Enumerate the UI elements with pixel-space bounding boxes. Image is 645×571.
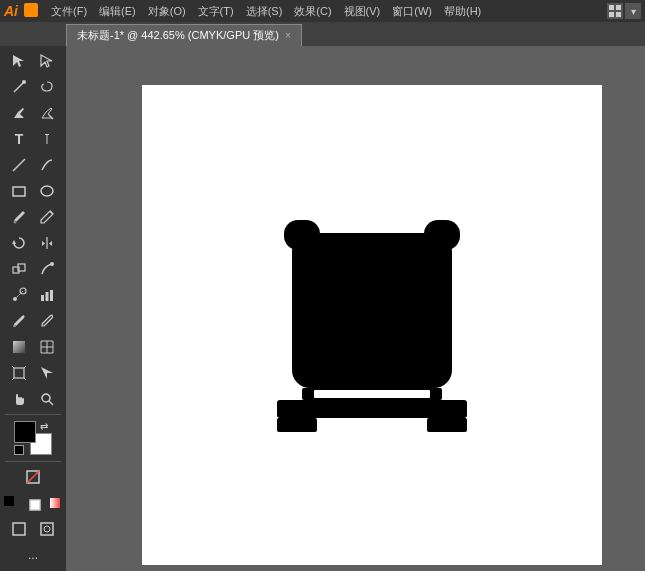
menu-object[interactable]: 对象(O) xyxy=(143,2,191,21)
scale-tool[interactable] xyxy=(5,256,33,282)
ai-icon-orange xyxy=(24,3,38,19)
tool-row-selection xyxy=(0,48,66,74)
draw-inside-button[interactable] xyxy=(33,516,61,542)
svg-line-5 xyxy=(14,82,24,92)
lasso-tool[interactable] xyxy=(33,74,61,100)
selection-tool[interactable] xyxy=(5,48,33,74)
swap-colors-icon[interactable]: ⇄ xyxy=(40,421,52,433)
svg-line-38 xyxy=(27,471,39,483)
stroke-button[interactable] xyxy=(22,490,44,516)
tab-close-button[interactable]: × xyxy=(285,30,291,41)
toolbar: T xyxy=(0,46,66,571)
blend-tool[interactable] xyxy=(5,282,33,308)
svg-rect-30 xyxy=(14,368,24,378)
svg-rect-117 xyxy=(424,220,460,250)
artboard-tool[interactable] xyxy=(5,360,33,386)
tool-row-more: ... xyxy=(0,542,66,568)
main-layout: T xyxy=(0,46,645,571)
svg-line-34 xyxy=(24,378,26,380)
tool-row-shapes xyxy=(0,178,66,204)
pen-tool[interactable] xyxy=(5,100,33,126)
svg-point-19 xyxy=(50,262,54,266)
line-tool[interactable] xyxy=(5,152,33,178)
measure-tool[interactable] xyxy=(33,308,61,334)
grid-view-button[interactable] xyxy=(607,3,623,19)
document-canvas[interactable] xyxy=(82,62,645,571)
tool-row-draw-mode xyxy=(0,516,66,542)
tool-row-chart xyxy=(0,360,66,386)
svg-rect-9 xyxy=(13,187,25,196)
svg-rect-25 xyxy=(50,290,53,301)
tool-row-gradient xyxy=(0,334,66,360)
none-fill-icon[interactable] xyxy=(19,464,47,490)
menu-view[interactable]: 视图(V) xyxy=(339,2,386,21)
svg-rect-1 xyxy=(609,5,614,10)
color-area: ⇄ xyxy=(14,417,52,459)
slice-tool[interactable] xyxy=(33,360,61,386)
tool-row-fill-stroke xyxy=(0,490,66,516)
svg-line-31 xyxy=(12,366,14,368)
menu-effect[interactable]: 效果(C) xyxy=(289,2,336,21)
column-graph-tool[interactable] xyxy=(33,282,61,308)
svg-point-44 xyxy=(44,526,50,532)
svg-point-10 xyxy=(41,186,53,196)
svg-marker-16 xyxy=(49,241,52,246)
reflect-tool[interactable] xyxy=(33,230,61,256)
tool-row-brush xyxy=(0,204,66,230)
paintbrush-tool[interactable] xyxy=(5,204,33,230)
direct-selection-tool[interactable] xyxy=(33,48,61,74)
ellipse-tool[interactable] xyxy=(33,178,61,204)
svg-rect-43 xyxy=(41,523,53,535)
add-anchor-tool[interactable] xyxy=(33,100,61,126)
gradient-box-button[interactable] xyxy=(44,490,66,516)
menu-edit[interactable]: 编辑(E) xyxy=(94,2,141,21)
vertical-type-tool[interactable] xyxy=(33,126,61,152)
fill-button[interactable] xyxy=(0,490,22,516)
tool-row-scale xyxy=(0,256,66,282)
svg-rect-116 xyxy=(284,220,320,250)
tool-row-hand xyxy=(0,386,66,412)
hand-tool[interactable] xyxy=(5,386,33,412)
tool-row-wand xyxy=(0,74,66,100)
arc-tool[interactable] xyxy=(33,152,61,178)
svg-line-33 xyxy=(12,378,14,380)
tool-row-eyedropper xyxy=(0,308,66,334)
eyedropper-tool[interactable] xyxy=(5,308,33,334)
menu-text[interactable]: 文字(T) xyxy=(193,2,239,21)
warp-tool[interactable] xyxy=(33,256,61,282)
type-tool[interactable]: T xyxy=(5,126,33,152)
svg-rect-115 xyxy=(292,233,452,388)
svg-rect-4 xyxy=(616,12,621,17)
tab-title: 未标题-1* @ 442.65% (CMYK/GPU 预览) xyxy=(77,28,279,43)
svg-rect-27 xyxy=(13,341,25,353)
rotate-tool[interactable] xyxy=(5,230,33,256)
canvas-area[interactable]: 0 1 2 3 4 5 6 7 xyxy=(66,46,645,571)
svg-rect-119 xyxy=(277,418,317,432)
gradient-tool[interactable] xyxy=(5,334,33,360)
menu-window[interactable]: 窗口(W) xyxy=(387,2,437,21)
more-tools-button[interactable]: ... xyxy=(5,542,61,568)
pencil-tool[interactable] xyxy=(33,204,61,230)
document-tab[interactable]: 未标题-1* @ 442.65% (CMYK/GPU 预览) × xyxy=(66,24,302,46)
draw-normal-button[interactable] xyxy=(5,516,33,542)
svg-rect-122 xyxy=(314,390,430,398)
foreground-color-swatch[interactable] xyxy=(14,421,36,443)
svg-marker-15 xyxy=(42,241,45,246)
menu-select[interactable]: 选择(S) xyxy=(241,2,288,21)
menu-file[interactable]: 文件(F) xyxy=(46,2,92,21)
svg-line-8 xyxy=(13,159,25,171)
default-colors-icon[interactable] xyxy=(14,445,24,455)
rectangle-tool[interactable] xyxy=(5,178,33,204)
expand-button[interactable]: ▾ xyxy=(625,3,641,19)
tab-bar: 未标题-1* @ 442.65% (CMYK/GPU 预览) × xyxy=(0,22,645,46)
svg-rect-41 xyxy=(50,498,60,508)
magic-wand-tool[interactable] xyxy=(5,74,33,100)
svg-line-36 xyxy=(49,401,53,405)
svg-rect-2 xyxy=(616,5,621,10)
more-tools-label: ... xyxy=(28,548,38,562)
zoom-tool[interactable] xyxy=(33,386,61,412)
menu-bar: 文件(F) 编辑(E) 对象(O) 文字(T) 选择(S) 效果(C) 视图(V… xyxy=(46,2,607,21)
svg-point-35 xyxy=(42,394,50,402)
menu-help[interactable]: 帮助(H) xyxy=(439,2,486,21)
mesh-tool[interactable] xyxy=(33,334,61,360)
